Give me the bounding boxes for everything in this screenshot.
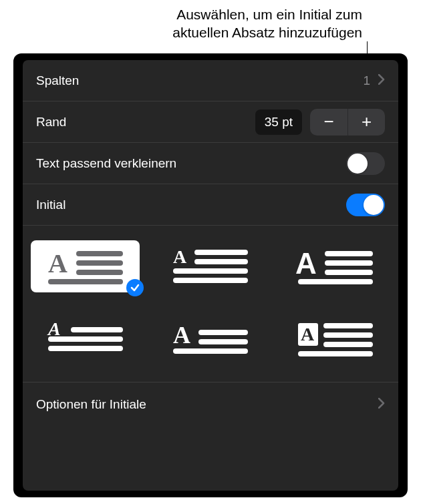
annotation-line-1: Auswählen, um ein Initial zum [172, 5, 362, 23]
columns-value: 1 [363, 73, 370, 88]
shrink-label: Text passend verkleinern [36, 156, 176, 171]
dropcap-style-1[interactable]: A [31, 240, 140, 292]
svg-rect-20 [198, 330, 248, 335]
dropcap-style-3[interactable]: A [281, 240, 390, 292]
margin-decrease-button[interactable]: − [310, 109, 347, 136]
svg-text:A: A [295, 247, 317, 280]
margin-increase-button[interactable]: + [347, 109, 385, 136]
initial-label: Initial [36, 198, 65, 212]
plus-icon: + [362, 111, 372, 132]
svg-rect-16 [71, 327, 123, 332]
shrink-toggle[interactable] [346, 152, 385, 175]
svg-rect-8 [173, 268, 248, 274]
dropcap-style-1-icon: A [45, 247, 126, 286]
selected-checkmark-icon [126, 279, 144, 296]
svg-rect-9 [173, 278, 248, 283]
svg-rect-17 [48, 336, 123, 342]
row-columns[interactable]: Spalten 1 [23, 60, 398, 101]
initial-toggle[interactable] [346, 194, 385, 216]
svg-rect-18 [48, 346, 123, 351]
svg-rect-28 [298, 351, 373, 356]
margin-controls: 35 pt − + [255, 109, 385, 136]
svg-text:A: A [173, 322, 190, 348]
margin-value[interactable]: 35 pt [255, 109, 302, 135]
row-margin: Rand 35 pt − + [23, 101, 398, 143]
dropcap-style-6-icon: A [295, 319, 376, 358]
svg-rect-26 [323, 332, 373, 338]
dropcap-style-4[interactable]: A [31, 312, 140, 364]
dropcap-style-2-icon: A [170, 247, 251, 286]
margin-label: Rand [36, 115, 66, 130]
svg-rect-22 [173, 348, 248, 354]
margin-stepper: − + [310, 109, 385, 136]
svg-rect-7 [194, 259, 248, 264]
dropcap-options-label: Optionen für Initiale [36, 397, 146, 412]
svg-rect-12 [325, 260, 373, 266]
svg-rect-2 [76, 260, 123, 266]
toggle-knob [347, 154, 368, 174]
dropcap-style-grid: A A [23, 226, 398, 383]
svg-rect-6 [194, 250, 248, 255]
row-initial: Initial [23, 184, 398, 226]
dropcap-style-2[interactable]: A [156, 240, 265, 292]
svg-rect-25 [323, 323, 373, 328]
minus-icon: − [323, 111, 333, 132]
inspector-panel: Spalten 1 Rand 35 pt − + [13, 53, 408, 497]
svg-rect-21 [198, 339, 248, 344]
svg-rect-14 [298, 279, 373, 284]
svg-rect-3 [76, 270, 123, 275]
dropcap-style-3-icon: A [295, 247, 376, 286]
toggle-knob [364, 195, 384, 215]
svg-rect-13 [325, 270, 373, 275]
row-dropcap-options[interactable]: Optionen für Initiale [23, 383, 398, 427]
dropcap-style-4-icon: A [45, 319, 126, 358]
svg-rect-11 [325, 251, 373, 256]
dropcap-style-5-icon: A [170, 319, 251, 358]
inspector-panel-inner: Spalten 1 Rand 35 pt − + [23, 60, 398, 491]
dropcap-style-5[interactable]: A [156, 312, 265, 364]
svg-text:A: A [173, 247, 187, 267]
svg-rect-1 [76, 251, 123, 256]
callout-annotation: Auswählen, um ein Initial zum aktuellen … [172, 5, 362, 42]
row-shrink-text: Text passend verkleinern [23, 143, 398, 184]
annotation-line-2: aktuellen Absatz hinzuzufügen [172, 23, 362, 41]
svg-text:A: A [301, 324, 315, 344]
columns-right: 1 [363, 73, 385, 88]
svg-rect-27 [323, 342, 373, 347]
svg-rect-4 [48, 279, 123, 284]
svg-text:A: A [47, 319, 61, 339]
dropcap-style-6[interactable]: A [281, 312, 390, 364]
columns-label: Spalten [36, 73, 79, 88]
chevron-right-icon [378, 74, 385, 87]
svg-text:A: A [48, 248, 67, 278]
chevron-right-icon [378, 398, 385, 411]
